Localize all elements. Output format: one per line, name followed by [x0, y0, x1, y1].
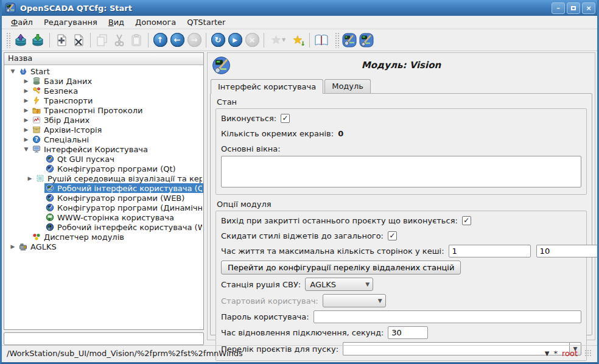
- reload-button[interactable]: ↻: [209, 32, 226, 49]
- key-icon: [32, 86, 41, 95]
- openscada-app-icon: [5, 2, 16, 13]
- tree-item-archives[interactable]: ▶ Архіви-Історія: [4, 125, 203, 135]
- tree-item-vision[interactable]: Робочий інтерфейс користувача (Qt): [4, 183, 203, 193]
- cache-pages-input[interactable]: [536, 245, 599, 257]
- tree-item-start[interactable]: ▼ Start: [4, 66, 203, 76]
- status-chevron-down-icon[interactable]: ▼: [545, 350, 550, 357]
- chevron-right-icon[interactable]: ▶: [21, 117, 31, 123]
- chevron-right-icon[interactable]: ▶: [21, 136, 31, 142]
- start-user-select[interactable]: ▼: [323, 294, 386, 307]
- manual-button[interactable]: [313, 32, 330, 49]
- chevron-right-icon[interactable]: ▶: [21, 97, 31, 103]
- resize-grip[interactable]: [584, 349, 592, 357]
- tree-item-security[interactable]: ▶ Безпека: [4, 86, 203, 96]
- toolbar-grip[interactable]: [6, 32, 10, 48]
- tree-item-webcfgd[interactable]: Конфігуратор програми (Динамічний: [4, 203, 203, 212]
- tab-page: Стан Виконується: ✓ Кількість окремих ек…: [210, 93, 592, 335]
- vca-station-select[interactable]: AGLKS ▼: [305, 278, 373, 291]
- tree-item-webvision[interactable]: Робочий інтерфейс користувача (WE: [4, 222, 203, 232]
- menu-qtstarter[interactable]: QTStarter: [181, 16, 231, 28]
- menu-file[interactable]: Файл: [5, 16, 38, 28]
- tree-item-qt-starter[interactable]: Qt GUI пускач: [4, 154, 203, 164]
- tree-item-special[interactable]: ▶ ? Спеціальні: [4, 135, 203, 144]
- toolbar-separator: [49, 33, 50, 47]
- main-windows-label: Основні вікна:: [221, 144, 281, 153]
- toolbar-grip[interactable]: [335, 32, 339, 48]
- state-group: Виконується: ✓ Кількість окремих екранів…: [215, 108, 587, 195]
- tree-item-webcfg[interactable]: Конфігуратор програми (WEB): [4, 193, 203, 203]
- tree-filter-input[interactable]: [4, 332, 204, 345]
- toolbar-separator: [264, 33, 264, 47]
- copy-item-icon: [96, 33, 109, 47]
- close-button[interactable]: ×: [582, 2, 595, 14]
- running-label: Виконується:: [221, 114, 276, 123]
- menu-help[interactable]: Допомога: [130, 16, 181, 28]
- tree-item-module-dispatcher[interactable]: Диспетчер модулів: [4, 232, 203, 242]
- up-button[interactable]: ↑: [152, 32, 169, 49]
- cache-lifetime-input[interactable]: [449, 245, 531, 257]
- chevron-right-icon[interactable]: ▶: [21, 107, 31, 113]
- remove-item-icon: [72, 33, 85, 47]
- start-button[interactable]: ▶: [226, 32, 243, 49]
- tree-item-www-page[interactable]: WWW-сторінка користувача: [4, 212, 203, 222]
- back-button[interactable]: ←: [169, 32, 186, 49]
- tree-item-daq[interactable]: ▶ Збір Даних: [4, 115, 203, 125]
- chevron-right-icon[interactable]: ▶: [25, 175, 35, 181]
- tree-item-qtcfg[interactable]: Конфігуратор програми (Qt): [4, 164, 203, 173]
- qtcfg-launcher-button[interactable]: [341, 32, 358, 49]
- tree-item-vca-engine[interactable]: ▶ Рушій середовища візуалізації та кер: [4, 173, 203, 183]
- remote-stations-button[interactable]: Перейти до конфігурації переліку віддале…: [221, 261, 461, 275]
- tree-item-databases[interactable]: ▶ Бази Даних: [4, 76, 203, 86]
- remove-item-button[interactable]: [70, 32, 87, 49]
- title-bar[interactable]: OpenSCADA QTCfg: Start – ×: [0, 0, 599, 16]
- webcfgd-icon: [46, 203, 54, 212]
- reload-icon: ↻: [211, 33, 225, 47]
- database-icon: [32, 77, 41, 85]
- screens-label: Кількість окремих екранів:: [221, 129, 334, 138]
- tree-item-protocols[interactable]: ▶ Транспортні Протоколи: [4, 105, 203, 115]
- tree-item-user-interfaces[interactable]: ▼ Інтерфейси Користувача: [4, 144, 203, 154]
- minimize-button[interactable]: –: [552, 2, 565, 14]
- start-icon: ▶: [228, 33, 242, 47]
- chevron-right-icon[interactable]: ▶: [21, 127, 31, 133]
- tab-module[interactable]: Модуль: [324, 79, 371, 93]
- user-password-label: Пароль користувача:: [221, 312, 309, 321]
- load-from-db-button[interactable]: [12, 32, 29, 49]
- chevron-right-icon[interactable]: ▶: [8, 243, 18, 250]
- drop-styles-checkbox[interactable]: ✓: [388, 231, 397, 240]
- monitor-icon: [32, 145, 41, 153]
- tree-column-header[interactable]: Назва: [4, 53, 203, 65]
- tree-item-transports[interactable]: ▶ Транспорти: [4, 96, 203, 105]
- chevron-right-icon[interactable]: ▶: [21, 78, 31, 84]
- menu-edit[interactable]: Редагування: [38, 16, 103, 28]
- toolbar-separator: [206, 33, 206, 47]
- cache-label: Час життя та максимальна кількість сторі…: [221, 247, 444, 256]
- reconnect-time-input[interactable]: [388, 326, 428, 339]
- add-bookmark-button[interactable]: ★↓: [289, 32, 306, 49]
- main-window: OpenSCADA QTCfg: Start – × Файл Редагува…: [0, 0, 599, 364]
- menu-view[interactable]: Вид: [103, 16, 130, 28]
- tree-item-aglks[interactable]: ▶ AGLKS: [4, 242, 203, 251]
- folder-lightning-icon: [32, 106, 41, 114]
- vision-icon: [46, 184, 54, 192]
- status-user-button[interactable]: root: [562, 349, 578, 358]
- back-icon: ←: [170, 33, 184, 47]
- start-user-label: Стартовий користувач:: [221, 296, 318, 306]
- chevron-right-icon[interactable]: ▶: [21, 88, 31, 94]
- save-to-db-button[interactable]: [29, 32, 46, 49]
- chevron-down-icon[interactable]: ▼: [8, 68, 18, 74]
- station-icon: [19, 242, 27, 251]
- vision-launcher-button[interactable]: [358, 32, 375, 49]
- running-checkbox[interactable]: ✓: [281, 114, 290, 123]
- user-password-input[interactable]: [314, 310, 581, 323]
- main-windows-textarea[interactable]: [221, 156, 581, 187]
- chevron-down-icon[interactable]: ▼: [21, 146, 31, 152]
- add-item-button[interactable]: [53, 32, 70, 49]
- exit-on-close-checkbox[interactable]: ✓: [462, 216, 471, 225]
- check-icon: ✓: [389, 231, 395, 240]
- tab-user-interface[interactable]: Інтерфейс користувача: [211, 79, 323, 94]
- menu-bar: Файл Редагування Вид Допомога QTStarter: [2, 16, 597, 29]
- maximize-button[interactable]: [567, 2, 580, 14]
- modules-icon: [32, 233, 41, 241]
- load-from-db-icon: [14, 33, 27, 47]
